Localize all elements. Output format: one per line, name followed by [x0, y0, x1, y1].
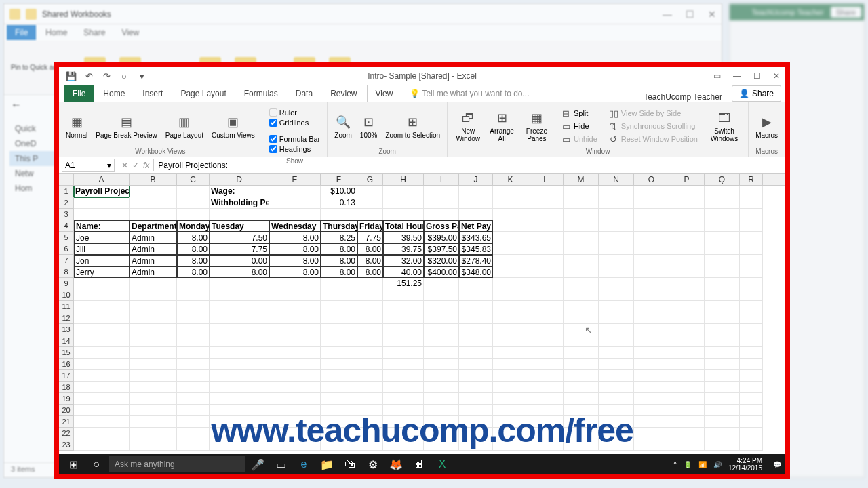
maximize-icon[interactable]: ☐ — [686, 9, 694, 20]
cell[interactable] — [669, 232, 705, 243]
row-header[interactable]: 10 — [59, 289, 74, 301]
cell[interactable]: 7.75 — [357, 232, 383, 243]
cell[interactable] — [705, 186, 740, 197]
cell[interactable] — [321, 209, 357, 220]
cell[interactable] — [424, 370, 459, 382]
cell[interactable] — [424, 197, 459, 209]
cell[interactable] — [459, 336, 493, 347]
cell[interactable] — [740, 289, 763, 301]
column-header[interactable]: Q — [705, 174, 740, 185]
column-header[interactable]: N — [599, 174, 634, 185]
cell[interactable] — [528, 209, 564, 220]
cell[interactable] — [177, 347, 210, 359]
cell[interactable]: 8.00 — [321, 255, 357, 266]
cell[interactable] — [564, 324, 599, 336]
cell[interactable] — [130, 197, 177, 209]
cell[interactable] — [493, 266, 528, 278]
cell[interactable]: Gross Pay — [424, 220, 459, 232]
cell[interactable] — [74, 312, 130, 324]
cell[interactable] — [493, 197, 528, 209]
cell[interactable] — [564, 232, 599, 243]
cell[interactable] — [705, 347, 740, 359]
save-icon[interactable]: 💾 — [66, 70, 77, 81]
cell[interactable] — [130, 209, 177, 220]
gridlines-checkbox[interactable]: Gridlines — [269, 119, 321, 127]
store-icon[interactable]: 🛍 — [340, 454, 360, 474]
task-view-icon[interactable]: ▭ — [271, 454, 291, 474]
cell[interactable] — [634, 197, 669, 209]
cell[interactable] — [459, 382, 493, 393]
cell[interactable] — [634, 359, 669, 370]
cell[interactable] — [669, 382, 705, 393]
freeze-panes-button[interactable]: ▦Freeze Panes — [519, 104, 554, 148]
cell[interactable] — [177, 359, 210, 370]
cell[interactable] — [740, 428, 763, 439]
cell[interactable]: Department: — [130, 220, 177, 232]
cell[interactable] — [383, 359, 424, 370]
column-header[interactable]: D — [210, 174, 269, 185]
column-header[interactable]: F — [321, 174, 357, 185]
row-header[interactable]: 3 — [59, 209, 74, 220]
cell[interactable] — [634, 209, 669, 220]
cell[interactable] — [130, 370, 177, 382]
touch-mode-icon[interactable]: ○ — [119, 70, 130, 81]
explorer-icon[interactable]: 📁 — [317, 454, 337, 474]
close-icon[interactable]: ✕ — [773, 71, 780, 81]
cell[interactable] — [383, 393, 424, 405]
cell[interactable] — [424, 324, 459, 336]
qat-dropdown-icon[interactable]: ▾ — [136, 70, 147, 81]
cell[interactable] — [740, 324, 763, 336]
cell[interactable] — [74, 370, 130, 382]
cell[interactable] — [321, 347, 357, 359]
column-header[interactable]: P — [669, 174, 705, 185]
cell[interactable] — [740, 186, 763, 197]
cell[interactable] — [383, 197, 424, 209]
cell[interactable]: 7.75 — [210, 243, 269, 255]
cell[interactable] — [528, 266, 564, 278]
tab-view[interactable]: View — [367, 85, 402, 102]
share-button[interactable]: Share — [831, 7, 861, 18]
cell[interactable] — [634, 243, 669, 255]
cell[interactable] — [321, 289, 357, 301]
cell[interactable] — [564, 301, 599, 312]
cell[interactable] — [564, 186, 599, 197]
cell[interactable] — [493, 278, 528, 289]
cell[interactable] — [634, 278, 669, 289]
cell[interactable] — [669, 416, 705, 428]
cell[interactable] — [130, 393, 177, 405]
cell[interactable] — [564, 393, 599, 405]
cell[interactable] — [599, 336, 634, 347]
cell[interactable]: $10.00 — [321, 186, 357, 197]
cell[interactable] — [321, 301, 357, 312]
cell[interactable] — [564, 197, 599, 209]
back-icon[interactable]: ← — [11, 99, 22, 111]
column-header[interactable]: I — [424, 174, 459, 185]
cell[interactable] — [357, 382, 383, 393]
cell[interactable] — [177, 186, 210, 197]
cell[interactable] — [740, 312, 763, 324]
cell[interactable] — [634, 301, 669, 312]
explorer-view-tab[interactable]: View — [115, 25, 146, 40]
row-header[interactable]: 15 — [59, 347, 74, 359]
cell[interactable] — [357, 312, 383, 324]
cell[interactable]: Name: — [74, 220, 130, 232]
cell[interactable] — [493, 232, 528, 243]
tell-me-input[interactable]: 💡 Tell me what you want to do... — [403, 85, 634, 102]
row-header[interactable]: 5 — [59, 232, 74, 243]
cell[interactable] — [705, 439, 740, 451]
cell[interactable] — [321, 324, 357, 336]
cell[interactable] — [599, 347, 634, 359]
cell[interactable] — [493, 243, 528, 255]
cell[interactable] — [669, 405, 705, 416]
row-header[interactable]: 7 — [59, 255, 74, 266]
cell[interactable] — [321, 312, 357, 324]
cell[interactable] — [705, 243, 740, 255]
column-header[interactable]: J — [459, 174, 493, 185]
page-break-button[interactable]: ▤Page Break Preview — [93, 104, 160, 148]
cell[interactable]: 8.00 — [177, 243, 210, 255]
select-all-corner[interactable] — [59, 174, 74, 185]
cell[interactable] — [459, 197, 493, 209]
firefox-icon[interactable]: 🦊 — [386, 454, 406, 474]
battery-icon[interactable]: 🔋 — [684, 461, 692, 468]
cell[interactable] — [705, 266, 740, 278]
